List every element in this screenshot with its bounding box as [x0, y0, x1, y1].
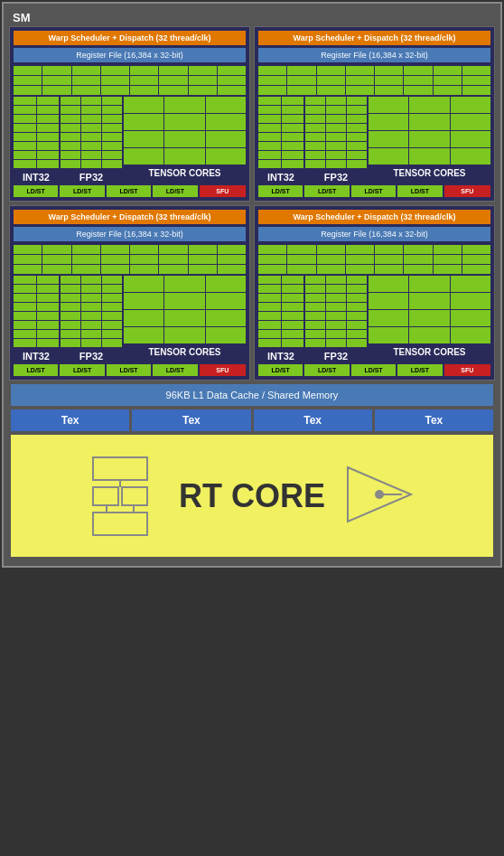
ldst-4-3: LD/ST: [351, 364, 396, 376]
cell: [258, 151, 281, 159]
cell: [282, 339, 304, 347]
cell: [317, 255, 345, 264]
bottom-row-3: LD/ST LD/ST LD/ST LD/ST SFU: [14, 364, 246, 376]
cell: [347, 124, 367, 132]
cell: [326, 312, 346, 320]
cell: [218, 76, 246, 85]
fp32-label-2: FP32: [324, 172, 348, 183]
ldst-1-2: LD/ST: [60, 185, 104, 197]
cell: [61, 330, 80, 338]
ldst-2-3: LD/ST: [351, 185, 396, 197]
cell: [14, 97, 36, 105]
cell: [347, 133, 367, 141]
cell: [375, 245, 403, 254]
cell: [14, 133, 36, 141]
cell: [14, 303, 36, 311]
cell: [14, 115, 36, 123]
cell: [37, 106, 60, 114]
cell: [258, 97, 281, 105]
cell: [102, 330, 122, 338]
cell: [369, 114, 408, 130]
cell: [14, 255, 42, 264]
cell: [282, 133, 304, 141]
cell: [102, 160, 122, 168]
int32-block-1: INT32: [14, 97, 59, 183]
quadrant-2: Warp Scheduler + Dispatch (32 thread/clk…: [254, 26, 495, 202]
cell: [37, 124, 60, 132]
cell: [218, 86, 246, 95]
cell: [14, 276, 36, 284]
int32-block-2: INT32: [258, 97, 303, 183]
cell: [37, 339, 60, 347]
cell: [451, 293, 490, 309]
cell: [72, 265, 100, 274]
cell: [258, 106, 281, 114]
quadrant-4: Warp Scheduler + Dispatch (32 thread/clk…: [254, 205, 495, 381]
cell: [451, 276, 490, 292]
cell: [347, 339, 367, 347]
cell: [347, 294, 367, 302]
cell: [409, 148, 449, 165]
register-file-1: Register File (16,384 x 32-bit): [14, 48, 246, 62]
cell: [14, 294, 36, 302]
cell: [14, 86, 42, 95]
cell: [14, 321, 36, 329]
cell: [369, 276, 408, 292]
cell: [346, 76, 374, 85]
cell: [305, 321, 325, 329]
cell: [434, 265, 462, 274]
cell: [37, 321, 60, 329]
cell: [305, 294, 325, 302]
sfu-1: SFU: [200, 185, 246, 197]
cell: [305, 339, 325, 347]
cell: [42, 86, 70, 95]
cell: [61, 276, 80, 284]
cell: [164, 327, 204, 343]
cell: [72, 86, 100, 95]
cell: [258, 330, 281, 338]
cell: [130, 255, 158, 264]
cell: [81, 106, 101, 114]
cell: [61, 142, 80, 150]
cell: [102, 339, 122, 347]
ldst-4-1: LD/ST: [258, 364, 303, 376]
tensor-block-4: TENSOR CORES: [369, 276, 490, 362]
cell: [326, 133, 346, 141]
cell: [124, 293, 163, 309]
cell: [258, 160, 281, 168]
cell: [61, 312, 80, 320]
cell: [282, 115, 304, 123]
cell: [218, 245, 246, 254]
cell: [462, 76, 490, 85]
cores-row-1: INT32 FP32: [14, 97, 246, 183]
register-file-4: Register File (16,384 x 32-bit): [258, 227, 490, 241]
cell: [81, 276, 101, 284]
cell: [347, 321, 367, 329]
cell: [305, 97, 325, 105]
cell: [42, 66, 70, 75]
quadrant-1: Warp Scheduler + Dispatch (32 thread/clk…: [9, 26, 250, 202]
quadrants-grid: Warp Scheduler + Dispatch (32 thread/clk…: [9, 26, 495, 381]
cell: [451, 148, 490, 165]
cell: [102, 151, 122, 159]
cell: [37, 294, 60, 302]
cell: [14, 66, 42, 75]
cell: [326, 142, 346, 150]
cell: [61, 285, 80, 293]
cell: [14, 330, 36, 338]
cell: [404, 86, 432, 95]
warp-scheduler-1: Warp Scheduler + Dispatch (32 thread/clk…: [14, 31, 246, 45]
sfu-2: SFU: [444, 185, 490, 197]
cell: [101, 255, 129, 264]
cell: [102, 142, 122, 150]
cell: [326, 321, 346, 329]
cell: [282, 312, 304, 320]
cell: [305, 330, 325, 338]
cell: [258, 294, 281, 302]
cell: [72, 255, 100, 264]
tensor-label-1: TENSOR CORES: [148, 168, 220, 178]
cell: [102, 285, 122, 293]
cell: [101, 245, 129, 254]
cell: [159, 265, 187, 274]
cell: [282, 294, 304, 302]
